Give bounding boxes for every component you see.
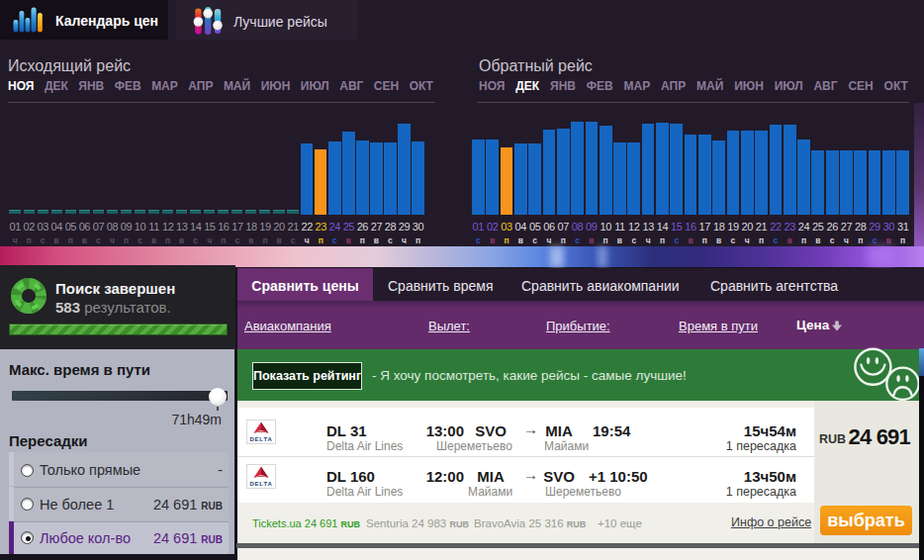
svg-text:DELTA: DELTA: [249, 436, 272, 442]
svg-text:DELTA: DELTA: [249, 481, 272, 487]
